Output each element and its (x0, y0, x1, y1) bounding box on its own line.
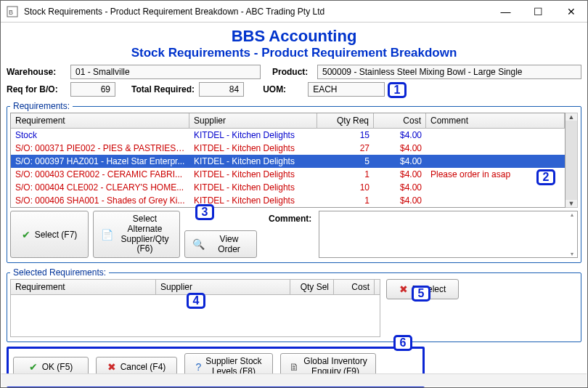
cell-qty: 1 (317, 195, 374, 206)
help-icon: ? (195, 362, 201, 372)
titlebar: B Stock Requirements - Product Requireme… (1, 1, 587, 23)
cell-cost: $4.00 (374, 129, 426, 141)
cell-cost: $4.00 (374, 169, 426, 180)
requirements-scrollbar[interactable]: ▲ ▼ (565, 113, 578, 208)
col-comment[interactable]: Comment (426, 113, 565, 128)
cell-requirement: Stock (11, 129, 189, 141)
cell-comment (426, 147, 565, 149)
table-row[interactable]: S/O: 000397 HAZ001 - Hazel Star Enterpr.… (11, 155, 565, 168)
selected-legend: Selected Requirements: (10, 267, 109, 278)
cell-supplier: KITDEL - Kitchen Delights (189, 169, 317, 180)
magnify-icon: 🔍 (192, 239, 205, 249)
total-required-field[interactable]: 84 (199, 82, 244, 97)
check-icon: ✔ (22, 230, 30, 240)
cell-supplier: KITDEL - Kitchen Delights (189, 129, 317, 141)
cell-cost: $4.00 (374, 182, 426, 193)
cell-comment: Please order in asap (426, 169, 565, 180)
requirements-table[interactable]: Requirement Supplier Qty Req Cost Commen… (10, 113, 565, 208)
cell-comment (426, 161, 565, 162)
table-row[interactable]: S/O: 000371 PIE002 - PIES & PASTRIES ...… (11, 142, 565, 155)
cell-requirement: S/O: 000403 CER002 - CERAMIC FABRI... (11, 169, 189, 180)
cell-cost: $4.00 (374, 142, 426, 154)
scroll-down-icon[interactable]: ▼ (568, 200, 575, 207)
select-button[interactable]: ✔ Select (F7) (10, 211, 89, 258)
minimize-button[interactable]: — (489, 1, 522, 23)
total-required-label: Total Required: (131, 84, 195, 94)
cell-comment (426, 134, 565, 136)
cell-requirement: S/O: 000397 HAZ001 - Hazel Star Enterpr.… (11, 155, 189, 167)
cell-qty: 10 (317, 182, 374, 193)
cell-cost: $4.00 (374, 155, 426, 167)
doc-icon: 📄 (101, 230, 113, 240)
app-heading: BBS Accounting (7, 27, 581, 46)
req-bo-label: Req for B/O: (7, 84, 66, 94)
sel-col-supplier[interactable]: Supplier (156, 280, 290, 294)
product-field[interactable]: 500009 - Stainless Steel Mixing Bowl - L… (317, 65, 581, 79)
cell-supplier: KITDEL - Kitchen Delights (189, 155, 317, 167)
table-row[interactable]: S/O: 000403 CER002 - CERAMIC FABRI...KIT… (11, 168, 565, 181)
selected-group: Selected Requirements: Requirement Suppl… (7, 267, 581, 342)
selected-table[interactable]: Requirement Supplier Qty Sel Cost (10, 279, 380, 337)
warehouse-label: Warehouse: (7, 67, 66, 77)
cell-supplier: KITDEL - Kitchen Delights (189, 142, 317, 154)
maximize-button[interactable]: ☐ (522, 1, 555, 23)
cell-qty: 27 (317, 142, 374, 154)
uom-label: UOM: (263, 84, 303, 94)
screen-heading: Stock Requirements - Product Requirement… (7, 46, 581, 60)
sel-col-qty[interactable]: Qty Sel (290, 280, 334, 294)
uom-field[interactable]: EACH (308, 82, 385, 97)
requirements-group: Requirements: Requirement Supplier Qty R… (7, 101, 581, 263)
app-icon: B (5, 4, 20, 19)
cell-requirement: S/O: 000404 CLE002 - CLEARY'S HOME... (11, 182, 189, 193)
status-bar (1, 373, 587, 387)
warehouse-field[interactable]: 01 - Smallville (70, 65, 261, 79)
sel-col-cost[interactable]: Cost (334, 280, 375, 294)
cell-requirement: S/O: 000371 PIE002 - PIES & PASTRIES ... (11, 142, 189, 154)
col-qty[interactable]: Qty Req (317, 113, 374, 128)
cell-cost: $4.00 (374, 195, 426, 206)
comment-scrollbar[interactable]: ▴▾ (566, 211, 577, 257)
cell-comment (426, 200, 565, 201)
alt-supplier-label: Select Alternate Supplier/Qty (F6) (118, 214, 172, 254)
cancel-label: Cancel (F4) (121, 362, 166, 372)
alt-supplier-button[interactable]: 📄 Select Alternate Supplier/Qty (F6) (93, 211, 180, 258)
ok-label: OK (F5) (42, 362, 73, 372)
cell-qty: 1 (317, 169, 374, 180)
view-order-button[interactable]: 🔍 View Order (184, 230, 257, 258)
select-button-label: Select (F7) (35, 230, 78, 240)
cell-supplier: KITDEL - Kitchen Delights (189, 195, 317, 206)
requirements-header: Requirement Supplier Qty Req Cost Commen… (11, 113, 565, 129)
deselect-label: Deselect (412, 284, 446, 294)
x-icon: ✖ (399, 284, 408, 294)
col-cost[interactable]: Cost (374, 113, 426, 128)
requirements-legend: Requirements: (10, 101, 73, 111)
table-row[interactable]: S/O: 000406 SHA001 - Shades of Grey Ki..… (11, 194, 565, 207)
ok-check-icon: ✔ (29, 362, 38, 372)
comment-box[interactable]: ▴▾ (319, 211, 578, 258)
sel-col-requirement[interactable]: Requirement (11, 280, 156, 294)
view-order-label: View Order (209, 234, 249, 254)
cell-qty: 5 (317, 155, 374, 167)
scroll-up-icon[interactable]: ▲ (568, 113, 575, 121)
table-row[interactable]: S/O: 000404 CLE002 - CLEARY'S HOME...KIT… (11, 181, 565, 194)
svg-text:B: B (9, 9, 13, 16)
col-supplier[interactable]: Supplier (189, 113, 317, 128)
comment-label: Comment: (261, 211, 314, 258)
report-icon: 🗎 (289, 362, 299, 372)
close-button[interactable]: ✕ (555, 1, 587, 23)
scroll-thumb[interactable] (565, 121, 577, 200)
cell-qty: 15 (317, 129, 374, 141)
cell-comment (426, 187, 565, 188)
deselect-button[interactable]: ✖ Deselect (386, 279, 459, 299)
cell-requirement: S/O: 000406 SHA001 - Shades of Grey Ki..… (11, 195, 189, 206)
cell-supplier: KITDEL - Kitchen Delights (189, 182, 317, 193)
window-title: Stock Requirements - Product Requirement… (24, 7, 489, 17)
product-label: Product: (272, 67, 313, 77)
table-row[interactable]: StockKITDEL - Kitchen Delights15$4.00 (11, 129, 565, 142)
req-bo-field[interactable]: 69 (70, 82, 115, 97)
col-requirement[interactable]: Requirement (11, 113, 189, 128)
cancel-x-icon: ✖ (107, 362, 116, 372)
